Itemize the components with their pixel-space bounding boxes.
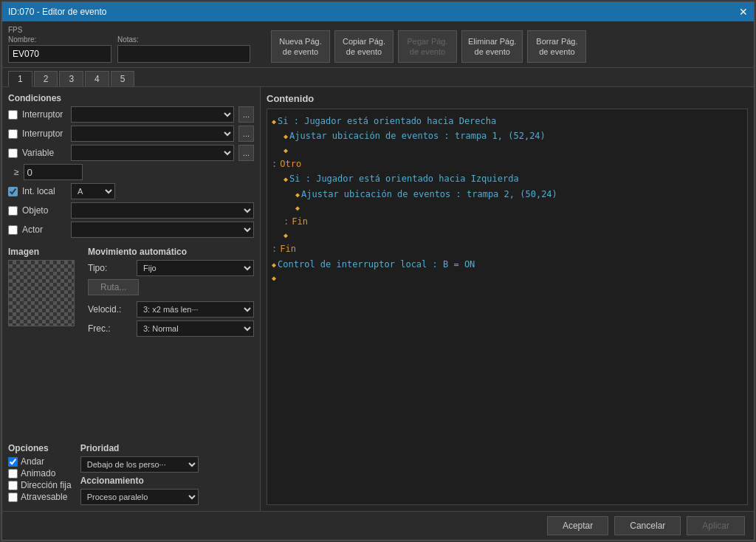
- imagen-title: Imagen: [8, 247, 82, 257]
- tab-3[interactable]: 3: [59, 71, 83, 86]
- ruta-button[interactable]: Ruta...: [88, 279, 139, 295]
- nombre-label: Nombre:: [8, 35, 111, 44]
- movement-section: Movimiento automático Tipo: Fijo Ruta...…: [88, 247, 254, 434]
- close-button[interactable]: ✕: [739, 7, 748, 17]
- objeto-checkbox[interactable]: [8, 206, 18, 216]
- tab-2[interactable]: 2: [34, 71, 58, 86]
- tipo-select[interactable]: Fijo: [137, 260, 254, 276]
- content-line-10: : Fin: [272, 241, 743, 256]
- opt-atravesable-checkbox[interactable]: [8, 493, 18, 502]
- velocidad-select[interactable]: 3: x2 más len···: [137, 301, 254, 318]
- nombre-input[interactable]: [8, 45, 111, 63]
- dialog: ID:070 - Editor de evento ✕ FPS Nombre: …: [1, 1, 755, 541]
- content-line-5: ◆ Si : Jugador está orientado hacia Izqu…: [272, 171, 743, 186]
- objeto-label: Objeto: [22, 205, 66, 216]
- content-line-7: ◆: [272, 202, 743, 214]
- notas-label: Notas:: [117, 35, 250, 44]
- prioridad-title: Prioridad: [80, 443, 254, 453]
- imagen-section: Imagen: [8, 247, 82, 434]
- condiciones-title: Condiciones: [8, 93, 254, 103]
- right-panel: Contenido ◆ Si : Jugador está orientado …: [261, 87, 754, 511]
- tab-5[interactable]: 5: [111, 71, 135, 86]
- diamond-1: ◆: [272, 115, 276, 128]
- velocidad-label: Velocid.:: [88, 304, 132, 315]
- interruptor1-checkbox[interactable]: [8, 110, 18, 120]
- title-bar: ID:070 - Editor de evento ✕: [2, 2, 754, 21]
- interruptor1-select[interactable]: [71, 106, 234, 123]
- accionamiento-select[interactable]: Proceso paralelo: [80, 489, 199, 505]
- objeto-row: Objeto: [8, 202, 254, 219]
- fps-label: FPS: [8, 26, 111, 34]
- tipo-label: Tipo:: [88, 263, 132, 273]
- line-8-text: Fin: [292, 214, 308, 229]
- bottom-bar: Aceptar Cancelar Aplicar: [2, 511, 754, 540]
- eliminar-pag-button[interactable]: Eliminar Pág.de evento: [461, 30, 523, 63]
- content-line-12: ◆: [272, 272, 743, 284]
- frec-label: Frec.:: [88, 323, 132, 334]
- line-1-text: Si : Jugador está orientado hacia Derech…: [278, 114, 496, 128]
- nueva-pag-button[interactable]: Nueva Pág.de evento: [271, 30, 330, 63]
- interruptor2-row: Interruptor ...: [8, 126, 254, 142]
- options-priority-area: Opciones Andar Animado Dirección fija: [8, 440, 254, 505]
- content-line-3: ◆: [272, 144, 743, 157]
- accionamiento-title: Accionamiento: [80, 476, 254, 486]
- ge-row: ≥: [8, 164, 254, 180]
- diamond-9: ◆: [284, 229, 288, 241]
- aceptar-button[interactable]: Aceptar: [547, 516, 608, 535]
- conditions-section: Condiciones Interruptor ... Interruptor …: [8, 93, 254, 241]
- line-11-text: Control de interruptor local : B = ON: [278, 257, 475, 272]
- opt-atravesable-label: Atravesable: [21, 492, 67, 502]
- actor-select[interactable]: [71, 222, 254, 238]
- movimiento-title: Movimiento automático: [88, 247, 254, 257]
- content-line-9: ◆: [272, 229, 743, 241]
- copiar-pag-button[interactable]: Copiar Pág.de evento: [334, 30, 394, 63]
- interruptor2-checkbox[interactable]: [8, 129, 18, 139]
- cancelar-button[interactable]: Cancelar: [614, 516, 681, 535]
- content-line-4: : Otro: [272, 157, 743, 171]
- content-line-1: ◆ Si : Jugador está orientado hacia Dere…: [272, 114, 743, 128]
- interruptor1-dots-btn[interactable]: ...: [238, 106, 254, 123]
- opt-andar-label: Andar: [21, 456, 44, 467]
- opt-andar-checkbox[interactable]: [8, 457, 18, 467]
- content-line-8: : Fin: [272, 214, 743, 229]
- image-box[interactable]: [8, 260, 75, 326]
- tipo-row: Tipo: Fijo: [88, 260, 254, 276]
- variable-dots-btn[interactable]: ...: [238, 145, 254, 161]
- prioridad-select[interactable]: Debajo de los perso···: [80, 456, 199, 473]
- left-panel: Condiciones Interruptor ... Interruptor …: [2, 87, 261, 511]
- opt-direccion-checkbox[interactable]: [8, 481, 18, 490]
- pegar-pag-button[interactable]: Pegar Pág.de evento: [398, 30, 457, 63]
- frec-select[interactable]: 3: Normal: [137, 320, 254, 337]
- int-local-select[interactable]: ABCD: [71, 183, 115, 199]
- colon-10: :: [272, 241, 277, 256]
- opt-animado-label: Animado: [21, 468, 55, 478]
- tab-4[interactable]: 4: [85, 71, 109, 86]
- variable-select[interactable]: [71, 145, 234, 161]
- int-local-label: Int. local: [22, 186, 66, 196]
- colon-4: :: [272, 157, 277, 171]
- objeto-select[interactable]: [71, 202, 254, 219]
- content-area[interactable]: ◆ Si : Jugador está orientado hacia Dere…: [267, 109, 748, 505]
- opt-direccion-row: Dirección fija: [8, 480, 72, 490]
- prioridad-section: Prioridad Debajo de los perso···: [80, 443, 254, 473]
- interruptor1-label: Interruptor: [22, 109, 66, 120]
- interruptor2-label: Interruptor: [22, 128, 66, 139]
- opt-animado-row: Animado: [8, 468, 72, 478]
- interruptor2-select[interactable]: [71, 126, 234, 142]
- toolbar-buttons: Nueva Pág.de evento Copiar Pág.de evento…: [271, 30, 586, 63]
- line-4-text: Otro: [280, 157, 301, 171]
- ge-input[interactable]: [24, 164, 83, 180]
- velocidad-row: Velocid.: 3: x2 más len···: [88, 301, 254, 318]
- aplicar-button[interactable]: Aplicar: [687, 516, 745, 535]
- int-local-checkbox[interactable]: [8, 187, 18, 196]
- actor-checkbox[interactable]: [8, 225, 18, 235]
- variable-checkbox[interactable]: [8, 148, 18, 158]
- colon-8: :: [284, 214, 289, 229]
- main-content: Condiciones Interruptor ... Interruptor …: [2, 87, 754, 511]
- tab-1[interactable]: 1: [8, 71, 32, 87]
- notas-field: Notas:: [117, 35, 250, 63]
- opt-animado-checkbox[interactable]: [8, 469, 18, 478]
- interruptor2-dots-btn[interactable]: ...: [238, 126, 254, 142]
- borrar-pag-button[interactable]: Borrar Pág.de evento: [527, 30, 586, 63]
- notas-input[interactable]: [117, 45, 250, 63]
